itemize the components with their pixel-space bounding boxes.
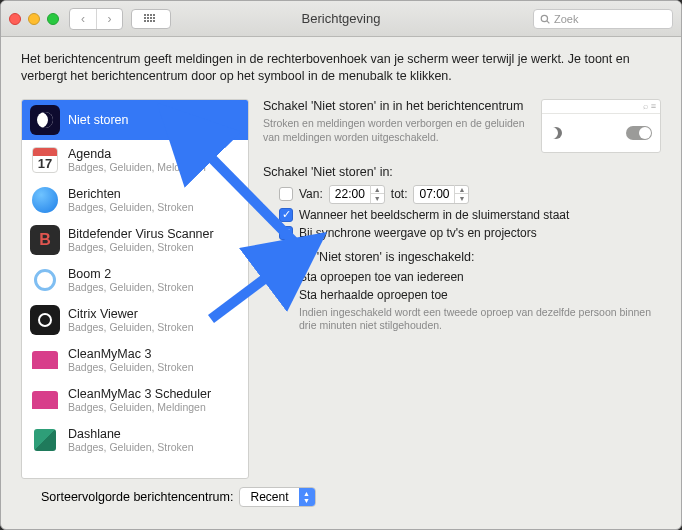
footer: Sorteervolgorde berichtencentrum: Recent… [21, 479, 661, 519]
app-icon [30, 345, 60, 375]
chevron-up-down-icon: ▲▼ [299, 488, 315, 506]
app-icon: 17 [30, 145, 60, 175]
app-name: Boom 2 [68, 267, 240, 281]
sleep-checkbox-label: Wanneer het beeldscherm in de sluimersta… [299, 208, 569, 222]
from-time-stepper[interactable]: ▲▼ [370, 185, 384, 203]
sleep-checkbox[interactable]: ✓ [279, 208, 293, 222]
sort-order-value: Recent [240, 490, 298, 504]
app-subtitle: Badges, Geluiden, Stroken [68, 361, 240, 373]
panel-title: Schakel 'Niet storen' in in het berichte… [263, 99, 529, 113]
app-subtitle: Badges, Geluiden, Stroken [68, 201, 240, 213]
from-label: Van: [299, 187, 323, 201]
app-icon [30, 265, 60, 295]
close-window-button[interactable] [9, 13, 21, 25]
app-name: Agenda [68, 147, 240, 161]
main-split: Niet storen 17AgendaBadges, Geluiden, Me… [21, 99, 661, 479]
app-icon [30, 425, 60, 455]
when-on-section-label: Wanneer 'Niet storen' is ingeschakeld: [263, 250, 661, 264]
sidebar-item-4[interactable]: Boom 2Badges, Geluiden, Stroken [22, 260, 248, 300]
app-icon [30, 385, 60, 415]
sidebar-item-3[interactable]: BBitdefender Virus ScannerBadges, Geluid… [22, 220, 248, 260]
schedule-section-label: Schakel 'Niet storen' in: [263, 165, 661, 179]
show-all-button[interactable] [131, 9, 171, 29]
app-name: Citrix Viewer [68, 307, 240, 321]
svg-point-0 [541, 15, 547, 21]
app-name: Berichten [68, 187, 240, 201]
sidebar-item-2[interactable]: BerichtenBadges, Geluiden, Stroken [22, 180, 248, 220]
search-icon: ⌕ [643, 101, 648, 111]
svg-line-1 [547, 20, 550, 23]
mirroring-checkbox[interactable]: ✓ [279, 226, 293, 240]
sidebar-item-0[interactable]: Niet storen [22, 100, 248, 140]
repeat-note: Indien ingeschakeld wordt een tweede opr… [299, 306, 661, 333]
sidebar-item-1[interactable]: 17AgendaBadges, Geluiden, Meldingen [22, 140, 248, 180]
to-time-stepper[interactable]: ▲▼ [454, 185, 468, 203]
app-icon: B [30, 225, 60, 255]
app-name: CleanMyMac 3 Scheduler [68, 387, 240, 401]
app-name: CleanMyMac 3 [68, 347, 240, 361]
app-subtitle: Badges, Geluiden, Stroken [68, 321, 240, 333]
app-subtitle: Badges, Geluiden, Stroken [68, 241, 240, 253]
app-subtitle: Badges, Geluiden, Stroken [68, 441, 240, 453]
titlebar: ‹ › Berichtgeving Zoek [1, 1, 681, 37]
content-area: Het berichtencentrum geeft meldingen in … [1, 37, 681, 529]
sort-order-dropdown[interactable]: Recent ▲▼ [239, 487, 315, 507]
sidebar-item-5[interactable]: Citrix ViewerBadges, Geluiden, Stroken [22, 300, 248, 340]
search-placeholder: Zoek [554, 13, 578, 25]
preferences-window: ‹ › Berichtgeving Zoek Het berichtencent… [0, 0, 682, 530]
detail-panel: Schakel 'Niet storen' in in het berichte… [263, 99, 661, 479]
minimize-window-button[interactable] [28, 13, 40, 25]
app-subtitle: Badges, Geluiden, Stroken [68, 281, 240, 293]
forward-button[interactable]: › [96, 9, 122, 29]
app-name: Dashlane [68, 427, 240, 441]
panel-subtitle: Stroken en meldingen worden verborgen en… [263, 116, 529, 144]
sort-order-label: Sorteervolgorde berichtencentrum: [41, 490, 233, 504]
to-label: tot: [391, 187, 408, 201]
sidebar-item-7[interactable]: CleanMyMac 3 SchedulerBadges, Geluiden, … [22, 380, 248, 420]
app-list[interactable]: Niet storen 17AgendaBadges, Geluiden, Me… [21, 99, 249, 479]
allow-calls-label: Sta oproepen toe van iedereen [299, 270, 464, 284]
notification-center-preview: ⌕≡ [541, 99, 661, 153]
dnd-toggle-preview [626, 126, 652, 140]
moon-icon [550, 127, 562, 139]
allow-calls-checkbox[interactable] [279, 270, 293, 284]
mirroring-checkbox-label: Bij synchrone weergave op tv's en projec… [299, 226, 537, 240]
window-controls [9, 13, 59, 25]
app-name: Niet storen [68, 113, 240, 127]
app-icon [30, 305, 60, 335]
sidebar-item-8[interactable]: DashlaneBadges, Geluiden, Stroken [22, 420, 248, 460]
app-name: Bitdefender Virus Scanner [68, 227, 240, 241]
search-field[interactable]: Zoek [533, 9, 673, 29]
sidebar-item-6[interactable]: CleanMyMac 3Badges, Geluiden, Stroken [22, 340, 248, 380]
app-subtitle: Badges, Geluiden, Meldingen [68, 161, 240, 173]
nav-back-forward: ‹ › [69, 8, 123, 30]
search-icon [540, 14, 550, 24]
page-description: Het berichtencentrum geeft meldingen in … [21, 51, 661, 85]
from-time-field[interactable]: ▲▼ [329, 185, 385, 204]
schedule-checkbox[interactable] [279, 187, 293, 201]
grid-icon [144, 14, 158, 24]
app-icon [30, 185, 60, 215]
to-time-field[interactable]: ▲▼ [413, 185, 469, 204]
allow-repeat-checkbox[interactable] [279, 288, 293, 302]
back-button[interactable]: ‹ [70, 9, 96, 29]
app-icon [30, 105, 60, 135]
to-time-input[interactable] [414, 187, 454, 201]
allow-repeat-label: Sta herhaalde oproepen toe [299, 288, 448, 302]
zoom-window-button[interactable] [47, 13, 59, 25]
app-subtitle: Badges, Geluiden, Meldingen [68, 401, 240, 413]
from-time-input[interactable] [330, 187, 370, 201]
